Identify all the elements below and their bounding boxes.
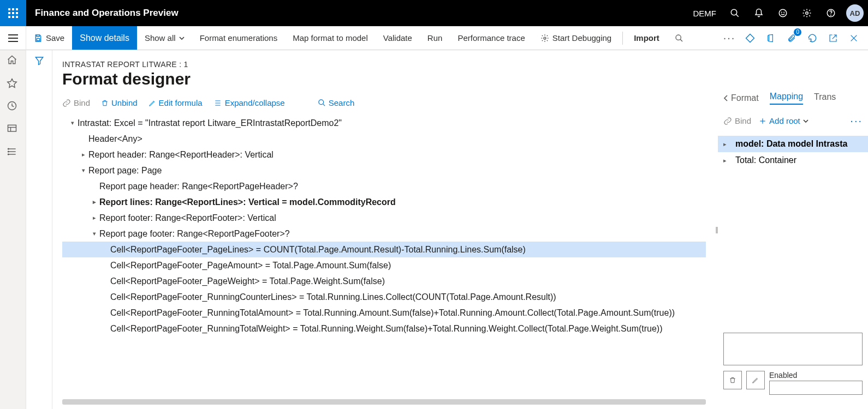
star-icon[interactable]: [7, 77, 20, 91]
tree-label: Cell<ReportPageFooter_RunningTotalWeight…: [110, 324, 663, 334]
recent-icon[interactable]: [7, 100, 20, 113]
caret-right-icon[interactable]: ▸: [79, 151, 88, 158]
caret-down-icon[interactable]: ▾: [90, 230, 99, 237]
right-bind-button[interactable]: Bind: [723, 116, 751, 125]
close-icon[interactable]: [846, 31, 861, 46]
svg-line-43: [323, 104, 325, 106]
filter-icon[interactable]: [34, 56, 44, 409]
mapping-tree-row[interactable]: ▸model: Data model Intrasta: [718, 136, 868, 152]
format-tree[interactable]: ▾Intrastat: Excel = "Intrastat report Li…: [62, 115, 706, 336]
svg-rect-3: [8, 12, 10, 14]
svg-rect-1: [12, 8, 14, 10]
map-format-to-model-button[interactable]: Map format to model: [285, 26, 376, 50]
tree-row[interactable]: Cell<ReportPageFooter_RunningTotalWeight…: [62, 321, 706, 336]
show-details-button[interactable]: Show details: [72, 26, 137, 50]
command-search[interactable]: [667, 26, 691, 50]
tree-row[interactable]: ▸Report footer: Range<ReportFooter>: Ver…: [62, 210, 706, 226]
start-debugging-button[interactable]: Start Debugging: [533, 26, 619, 50]
caret-right-icon[interactable]: ▸: [90, 199, 99, 206]
show-all-button[interactable]: Show all: [137, 26, 192, 50]
format-enumerations-button[interactable]: Format enumerations: [192, 26, 286, 50]
tab-transformations[interactable]: Trans: [814, 92, 836, 104]
run-button[interactable]: Run: [420, 26, 450, 50]
tree-row[interactable]: Header<Any>: [62, 131, 706, 147]
caret-right-icon[interactable]: ▸: [723, 141, 731, 148]
filter-column: [26, 50, 52, 409]
bell-icon[interactable]: [747, 0, 771, 26]
caret-right-icon[interactable]: ▸: [90, 214, 99, 221]
tree-label: Header<Any>: [88, 134, 142, 144]
save-button[interactable]: Save: [26, 26, 72, 50]
edit-formula-button[interactable]: Edit formula: [148, 98, 203, 107]
page-title: Format designer: [62, 70, 706, 88]
left-rail: [0, 50, 26, 409]
tab-mapping[interactable]: Mapping: [770, 92, 803, 105]
workspace-icon[interactable]: [7, 123, 20, 136]
avatar[interactable]: AD: [846, 4, 864, 22]
unbind-button[interactable]: Unbind: [101, 98, 138, 107]
tree-label: Report footer: Range<ReportFooter>: Vert…: [99, 213, 276, 223]
popout-icon[interactable]: [825, 31, 841, 46]
search-icon[interactable]: [723, 0, 747, 26]
mapping-label: Total: Container: [735, 155, 796, 165]
svg-rect-4: [12, 12, 14, 14]
tree-row[interactable]: Cell<ReportPageFooter_RunningTotalAmount…: [62, 305, 706, 321]
tree-row[interactable]: ▾Report page footer: Range<ReportPageFoo…: [62, 226, 706, 242]
tree-row[interactable]: Report page header: Range<ReportPageHead…: [62, 178, 706, 194]
caret-right-icon[interactable]: ▸: [723, 157, 731, 164]
modules-icon[interactable]: [7, 146, 20, 159]
tree-search-button[interactable]: Search: [318, 98, 355, 107]
diamond-icon[interactable]: [742, 31, 758, 46]
caret-down-icon[interactable]: ▾: [68, 119, 78, 127]
help-icon[interactable]: [819, 0, 843, 26]
gear-icon[interactable]: [795, 0, 819, 26]
save-icon: [34, 34, 43, 43]
office-icon[interactable]: [763, 31, 778, 46]
tree-row[interactable]: ▸Report lines: Range<ReportLines>: Verti…: [62, 194, 706, 210]
tree-row[interactable]: ▾Intrastat: Excel = "Intrastat report Li…: [62, 115, 706, 131]
app-launcher[interactable]: [0, 0, 26, 26]
add-root-button[interactable]: Add root: [759, 116, 808, 125]
tree-label: Report page: Page: [88, 166, 162, 176]
attachment-icon[interactable]: 0: [784, 31, 799, 46]
svg-rect-29: [8, 125, 16, 131]
svg-rect-2: [16, 8, 18, 10]
mapping-tree-row[interactable]: ▸Total: Container: [718, 152, 868, 169]
right-overflow-icon[interactable]: ···: [850, 115, 863, 127]
tree-row[interactable]: Cell<ReportPageFooter_RunningCounterLine…: [62, 289, 706, 305]
caret-down-icon[interactable]: ▾: [79, 167, 88, 174]
svg-rect-8: [16, 16, 18, 18]
refresh-icon[interactable]: [805, 31, 820, 46]
svg-rect-5: [16, 12, 18, 14]
mapping-tree[interactable]: ▸model: Data model Intrasta▸Total: Conta…: [718, 136, 868, 169]
main-panel: INTRASTAT REPORT LITWARE : 1 Format desi…: [52, 50, 716, 409]
import-button[interactable]: Import: [626, 26, 667, 50]
horizontal-scrollbar[interactable]: [62, 399, 706, 405]
plus-icon: [759, 117, 766, 125]
debug-icon: [540, 34, 549, 43]
hamburger-icon[interactable]: [0, 26, 26, 50]
tree-row[interactable]: Cell<ReportPageFooter_PageWeight> = Tota…: [62, 273, 706, 289]
tree-row[interactable]: ▸Report header: Range<ReportHeader>: Ver…: [62, 147, 706, 163]
performance-trace-button[interactable]: Performance trace: [450, 26, 532, 50]
svg-marker-24: [746, 34, 754, 42]
smile-icon[interactable]: [771, 0, 795, 26]
validate-button[interactable]: Validate: [376, 26, 420, 50]
svg-rect-0: [8, 8, 10, 10]
tree-row[interactable]: Cell<ReportPageFooter_PageAmount> = Tota…: [62, 257, 706, 273]
svg-marker-38: [35, 57, 43, 65]
home-icon[interactable]: [7, 55, 20, 68]
bind-button[interactable]: Bind: [62, 98, 90, 107]
svg-rect-20: [37, 38, 39, 40]
edit-button[interactable]: [746, 371, 765, 389]
svg-point-42: [319, 100, 324, 105]
tree-row[interactable]: Cell<ReportPageFooter_PageLines> = COUNT…: [62, 242, 706, 257]
chevron-down-icon: [803, 119, 808, 123]
delete-button[interactable]: [723, 371, 742, 389]
enabled-input[interactable]: [769, 381, 863, 395]
formula-input[interactable]: [723, 333, 863, 365]
tree-row[interactable]: ▾Report page: Page: [62, 163, 706, 178]
overflow-icon[interactable]: ···: [722, 31, 737, 46]
back-button[interactable]: Format: [723, 93, 759, 103]
expand-collapse-button[interactable]: Expand/collapse: [213, 98, 285, 107]
